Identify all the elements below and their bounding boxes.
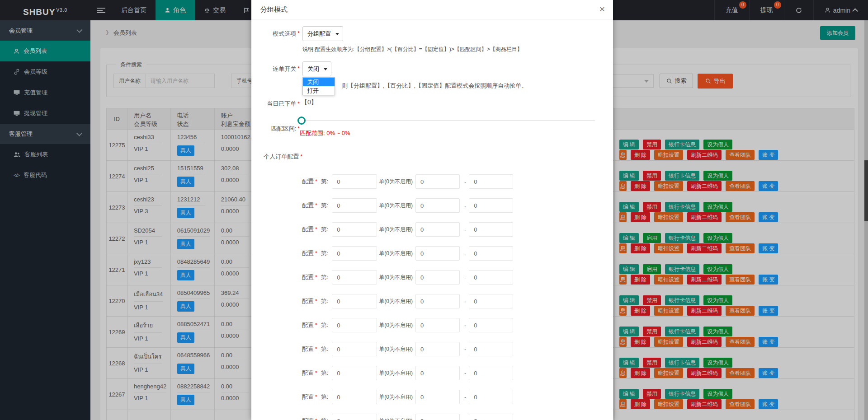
config-order-input[interactable] xyxy=(332,270,377,285)
config-range-dash: - xyxy=(464,226,466,233)
config-max-input[interactable] xyxy=(469,414,513,420)
config-label: 配置 xyxy=(302,273,314,281)
group-mode-modal: 分组模式 × 模式选项* 分组配置 说明:配置生效顺序为:【分组配置】>(【百分… xyxy=(251,0,613,420)
config-range-dash: - xyxy=(464,394,466,401)
config-unit-label: 单(0为不启用) xyxy=(379,178,413,186)
config-row: 配置* 第: 单(0为不启用) - xyxy=(302,294,513,309)
modal-title: 分组模式 xyxy=(260,0,288,19)
chevron-down-icon xyxy=(335,33,339,37)
config-max-input[interactable] xyxy=(469,342,513,356)
config-label: 配置 xyxy=(302,417,314,420)
config-min-input[interactable] xyxy=(415,366,460,380)
chain-switch-label: 连单开关* xyxy=(251,61,300,76)
config-max-input[interactable] xyxy=(469,174,513,189)
config-order-input[interactable] xyxy=(332,390,377,404)
range-slider-handle[interactable] xyxy=(297,117,306,125)
mode-select[interactable]: 分组配置 xyxy=(302,26,343,41)
config-min-input[interactable] xyxy=(415,174,460,189)
config-label: 配置 xyxy=(302,177,314,186)
today-orders-value: 【0】 xyxy=(301,98,317,107)
config-unit-label: 单(0为不启用) xyxy=(379,202,413,210)
match-range-label: 匹配区间:* xyxy=(251,125,300,133)
match-range-value: 匹配范围: 0% ~ 0% xyxy=(300,129,350,137)
config-range-dash: - xyxy=(464,178,466,185)
config-max-input[interactable] xyxy=(469,246,513,261)
config-prefix-label: 第: xyxy=(321,297,329,305)
config-order-input[interactable] xyxy=(332,366,377,380)
config-order-input[interactable] xyxy=(332,294,377,308)
config-prefix-label: 第: xyxy=(321,393,329,401)
config-label: 配置 xyxy=(302,369,314,377)
config-row: 配置* 第: 单(0为不启用) - xyxy=(302,270,513,285)
today-orders-label: 当日已下单* xyxy=(251,100,300,108)
required-mark: * xyxy=(315,394,317,400)
config-order-input[interactable] xyxy=(332,198,377,213)
config-row: 配置* 第: 单(0为不启用) - xyxy=(302,389,513,405)
chain-switch-select[interactable]: 关闭 xyxy=(302,61,331,76)
config-label: 配置 xyxy=(302,249,314,257)
config-order-input[interactable] xyxy=(332,318,377,332)
config-min-input[interactable] xyxy=(415,390,460,404)
config-unit-label: 单(0为不启用) xyxy=(379,393,413,401)
mode-note: 说明:配置生效顺序为:【分组配置】>(【百分比】=【固定值】)>【匹配区间】>【… xyxy=(302,46,523,53)
config-min-input[interactable] xyxy=(415,246,460,261)
config-max-input[interactable] xyxy=(469,366,513,380)
config-unit-label: 单(0为不启用) xyxy=(379,322,413,329)
personal-config-label: 个人订单配置* xyxy=(251,153,302,161)
config-prefix-label: 第: xyxy=(321,273,329,281)
config-prefix-label: 第: xyxy=(321,225,329,233)
required-mark: * xyxy=(315,226,317,233)
config-unit-label: 单(0为不启用) xyxy=(379,298,413,305)
config-range-dash: - xyxy=(464,418,466,420)
config-max-input[interactable] xyxy=(469,318,513,332)
config-prefix-label: 第: xyxy=(321,177,329,186)
config-order-input[interactable] xyxy=(332,174,377,189)
range-slider-track[interactable] xyxy=(301,120,595,121)
config-max-input[interactable] xyxy=(469,390,513,404)
config-row: 配置* 第: 单(0为不启用) - xyxy=(302,341,513,357)
chevron-down-icon xyxy=(324,68,327,72)
dropdown-option-open[interactable]: 打开 xyxy=(303,86,335,95)
dropdown-option-close[interactable]: 关闭 xyxy=(303,78,335,86)
required-mark: * xyxy=(315,418,317,420)
config-order-input[interactable] xyxy=(332,342,377,356)
config-label: 配置 xyxy=(302,297,314,305)
config-row: 配置* 第: 单(0为不启用) - xyxy=(302,317,513,333)
config-unit-label: 单(0为不启用) xyxy=(379,274,413,281)
config-row: 配置* 第: 单(0为不启用) - xyxy=(302,222,513,237)
config-max-input[interactable] xyxy=(469,294,513,308)
config-min-input[interactable] xyxy=(415,270,460,285)
config-range-dash: - xyxy=(464,250,466,257)
required-mark: * xyxy=(315,202,317,209)
config-min-input[interactable] xyxy=(415,318,460,332)
required-mark: * xyxy=(315,322,317,328)
config-unit-label: 单(0为不启用) xyxy=(379,369,413,377)
required-mark: * xyxy=(300,154,302,160)
config-min-input[interactable] xyxy=(415,294,460,308)
config-unit-label: 单(0为不启用) xyxy=(379,417,413,420)
config-min-input[interactable] xyxy=(415,342,460,356)
config-row: 配置* 第: 单(0为不启用) - xyxy=(302,246,513,261)
config-label: 配置 xyxy=(302,225,314,233)
config-order-input[interactable] xyxy=(332,222,377,237)
close-icon[interactable]: × xyxy=(599,3,605,15)
config-label: 配置 xyxy=(302,345,314,353)
config-max-input[interactable] xyxy=(469,198,513,213)
config-order-input[interactable] xyxy=(332,414,377,420)
config-order-input[interactable] xyxy=(332,246,377,261)
config-unit-label: 单(0为不启用) xyxy=(379,250,413,257)
config-min-input[interactable] xyxy=(415,222,460,237)
required-mark: * xyxy=(297,65,300,72)
config-label: 配置 xyxy=(302,393,314,401)
config-max-input[interactable] xyxy=(469,270,513,285)
config-row: 配置* 第: 单(0为不启用) - xyxy=(302,365,513,381)
config-range-dash: - xyxy=(464,274,466,281)
config-row: 配置* 第: 单(0为不启用) - xyxy=(302,413,513,420)
config-prefix-label: 第: xyxy=(321,201,329,210)
config-row: 配置* 第: 单(0为不启用) - xyxy=(302,174,513,189)
config-min-input[interactable] xyxy=(415,414,460,420)
config-max-input[interactable] xyxy=(469,222,513,237)
config-min-input[interactable] xyxy=(415,198,460,213)
required-mark: * xyxy=(297,30,300,37)
required-mark: * xyxy=(315,274,317,280)
